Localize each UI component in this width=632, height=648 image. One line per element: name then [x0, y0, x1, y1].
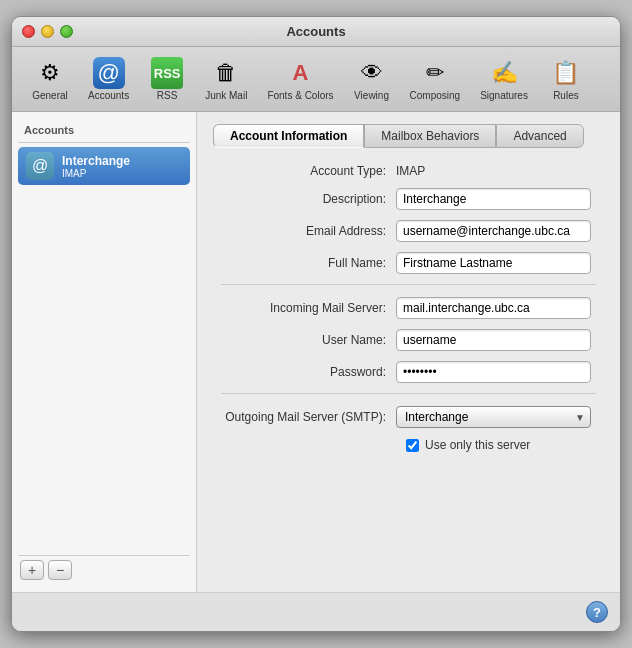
incoming-server-label: Incoming Mail Server: [221, 301, 396, 315]
username-label: User Name: [221, 333, 396, 347]
toolbar-fonts[interactable]: A Fonts & Colors [259, 53, 341, 105]
incoming-server-row: Incoming Mail Server: [221, 297, 596, 319]
use-only-label: Use only this server [425, 438, 530, 452]
email-input[interactable] [396, 220, 591, 242]
account-type-label: Account Type: [221, 164, 396, 178]
item-name: Interchange [62, 154, 130, 168]
main-window: Accounts ⚙ General @ Accounts RSS RSS 🗑 … [11, 16, 621, 632]
toolbar-general[interactable]: ⚙ General [24, 53, 76, 105]
divider-1 [221, 284, 596, 285]
rules-icon: 📋 [550, 57, 582, 89]
email-label: Email Address: [221, 224, 396, 238]
toolbar-accounts[interactable]: @ Accounts [80, 53, 137, 105]
toolbar-fonts-label: Fonts & Colors [267, 90, 333, 101]
tab-bar: Account Information Mailbox Behaviors Ad… [213, 124, 604, 148]
description-row: Description: [221, 188, 596, 210]
add-account-button[interactable]: + [20, 560, 44, 580]
account-form: Account Type: IMAP Description: Email Ad… [213, 164, 604, 452]
item-sub: IMAP [62, 168, 130, 179]
account-type-row: Account Type: IMAP [221, 164, 596, 178]
description-input[interactable] [396, 188, 591, 210]
window-title: Accounts [286, 24, 345, 39]
toolbar-composing[interactable]: ✏ Composing [402, 53, 469, 105]
accounts-icon: @ [93, 57, 125, 89]
fonts-icon: A [284, 57, 316, 89]
divider-2 [221, 393, 596, 394]
fullname-label: Full Name: [221, 256, 396, 270]
description-label: Description: [221, 192, 396, 206]
account-icon: @ [26, 152, 54, 180]
titlebar: Accounts [12, 17, 620, 47]
password-input[interactable] [396, 361, 591, 383]
remove-account-button[interactable]: − [48, 560, 72, 580]
username-row: User Name: [221, 329, 596, 351]
toolbar-rss[interactable]: RSS RSS [141, 53, 193, 105]
outgoing-server-select[interactable]: Interchange [396, 406, 591, 428]
sidebar-bottom: + − [18, 555, 190, 584]
toolbar-viewing[interactable]: 👁 Viewing [346, 53, 398, 105]
password-label: Password: [221, 365, 396, 379]
email-row: Email Address: [221, 220, 596, 242]
toolbar-composing-label: Composing [410, 90, 461, 101]
incoming-server-input[interactable] [396, 297, 591, 319]
toolbar-rules[interactable]: 📋 Rules [540, 53, 592, 105]
sidebar-spacer [18, 185, 190, 555]
outgoing-server-label: Outgoing Mail Server (SMTP): [221, 410, 396, 424]
right-panel: Account Information Mailbox Behaviors Ad… [197, 112, 620, 592]
toolbar-signatures-label: Signatures [480, 90, 528, 101]
tab-advanced[interactable]: Advanced [496, 124, 583, 148]
toolbar-junk[interactable]: 🗑 Junk Mail [197, 53, 255, 105]
tab-mailbox-behaviors[interactable]: Mailbox Behaviors [364, 124, 496, 148]
fullname-row: Full Name: [221, 252, 596, 274]
bottom-bar: ? [12, 592, 620, 631]
toolbar-rss-label: RSS [157, 90, 178, 101]
account-type-value: IMAP [396, 164, 425, 178]
viewing-icon: 👁 [356, 57, 388, 89]
content-area: Accounts @ Interchange IMAP + − Account … [12, 112, 620, 592]
help-button[interactable]: ? [586, 601, 608, 623]
use-only-row: Use only this server [406, 438, 596, 452]
close-button[interactable] [22, 25, 35, 38]
sidebar-item-interchange[interactable]: @ Interchange IMAP [18, 147, 190, 185]
toolbar-rules-label: Rules [553, 90, 579, 101]
sidebar-header: Accounts [18, 120, 190, 143]
maximize-button[interactable] [60, 25, 73, 38]
toolbar-general-label: General [32, 90, 68, 101]
toolbar-junk-label: Junk Mail [205, 90, 247, 101]
sidebar: Accounts @ Interchange IMAP + − [12, 112, 197, 592]
toolbar-signatures[interactable]: ✍ Signatures [472, 53, 536, 105]
general-icon: ⚙ [34, 57, 66, 89]
tab-account-information[interactable]: Account Information [213, 124, 364, 148]
traffic-lights [22, 25, 73, 38]
composing-icon: ✏ [419, 57, 451, 89]
username-input[interactable] [396, 329, 591, 351]
toolbar-viewing-label: Viewing [354, 90, 389, 101]
fullname-input[interactable] [396, 252, 591, 274]
outgoing-server-row: Outgoing Mail Server (SMTP): Interchange… [221, 406, 596, 428]
toolbar: ⚙ General @ Accounts RSS RSS 🗑 Junk Mail… [12, 47, 620, 112]
use-only-checkbox[interactable] [406, 439, 419, 452]
password-row: Password: [221, 361, 596, 383]
minimize-button[interactable] [41, 25, 54, 38]
outgoing-server-select-wrap: Interchange ▼ [396, 406, 591, 428]
rss-icon: RSS [151, 57, 183, 89]
signatures-icon: ✍ [488, 57, 520, 89]
junk-icon: 🗑 [210, 57, 242, 89]
item-text: Interchange IMAP [62, 154, 130, 179]
toolbar-accounts-label: Accounts [88, 90, 129, 101]
